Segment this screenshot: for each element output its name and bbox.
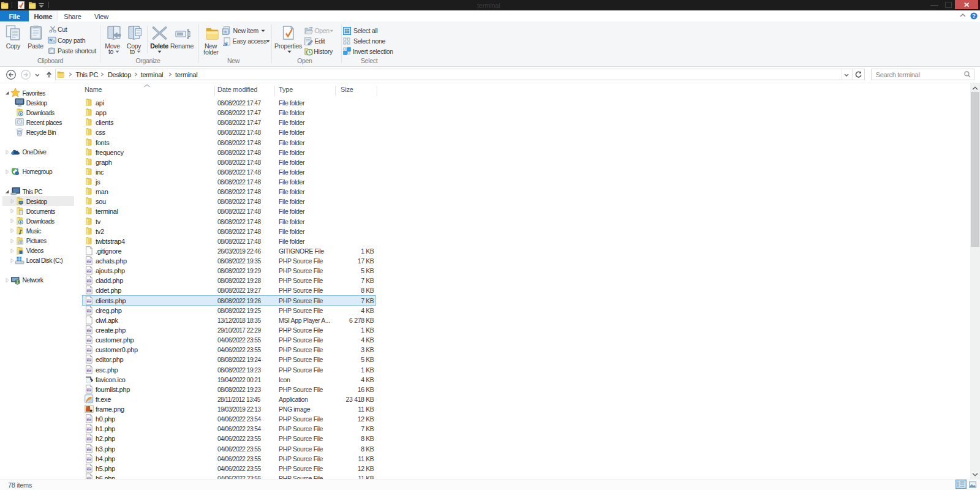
- svg-text:php: php: [87, 389, 91, 391]
- svg-text:php: php: [87, 330, 91, 332]
- svg-text:php: php: [87, 468, 91, 470]
- svg-text:php: php: [87, 448, 91, 450]
- svg-text:php: php: [87, 418, 91, 421]
- svg-text:php: php: [87, 339, 91, 342]
- svg-text:php: php: [87, 359, 91, 361]
- svg-text:php: php: [87, 280, 91, 282]
- svg-text:?: ?: [972, 13, 976, 19]
- svg-text:php: php: [87, 438, 91, 440]
- svg-text:php: php: [87, 349, 91, 352]
- svg-text:php: php: [87, 300, 91, 302]
- svg-text:php: php: [87, 310, 91, 312]
- svg-text:php: php: [87, 290, 91, 292]
- svg-text:php: php: [87, 369, 91, 371]
- svg-text:php: php: [87, 260, 91, 263]
- svg-text:php: php: [87, 270, 91, 273]
- svg-text:php: php: [87, 428, 91, 431]
- svg-text:php: php: [87, 458, 91, 461]
